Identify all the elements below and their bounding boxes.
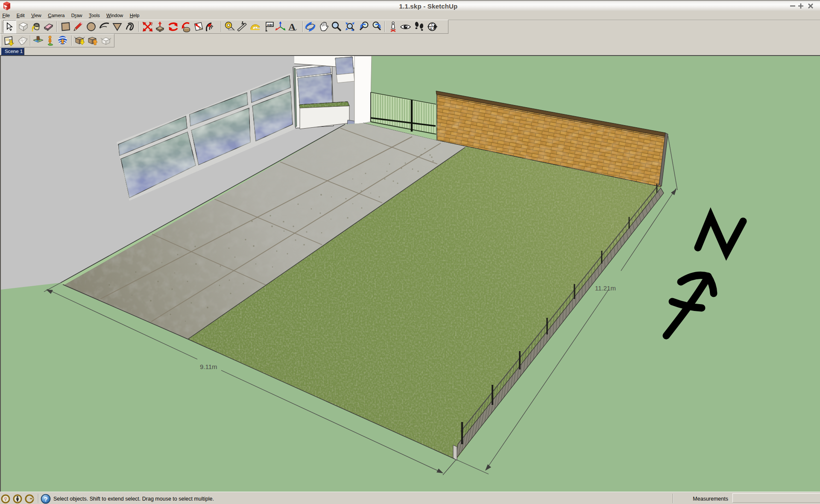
svg-text:C: C [431,23,433,26]
svg-text:A: A [288,21,296,32]
svg-text:9.11m: 9.11m [200,363,217,370]
svg-text:?: ? [44,495,48,503]
svg-text:ABC: ABC [267,23,274,27]
svg-text:A-S: A-S [430,27,435,30]
svg-text:11.21m: 11.21m [595,284,616,292]
